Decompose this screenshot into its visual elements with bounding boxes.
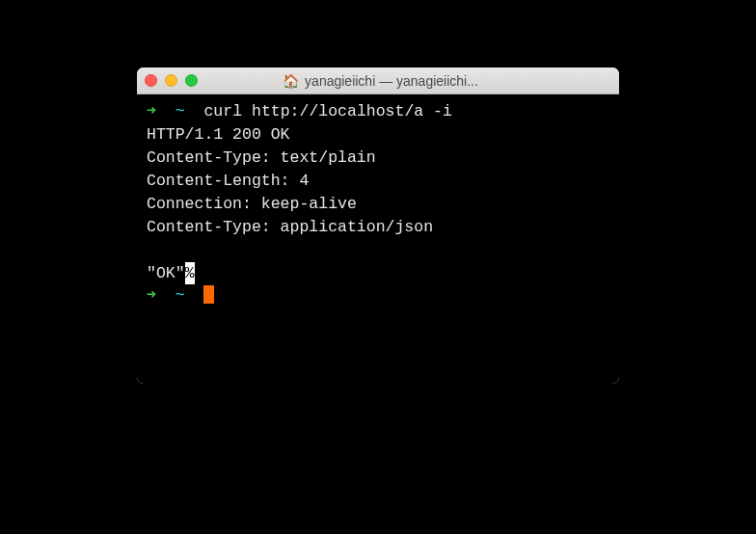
percent-highlight: %: [185, 262, 195, 285]
prompt-path: ~: [176, 102, 185, 120]
traffic-lights: [145, 74, 198, 87]
response-header: Content-Length: 4: [147, 170, 609, 193]
terminal-body[interactable]: ➜ ~ curl http://localhost/a -i HTTP/1.1 …: [137, 94, 619, 384]
response-header: Content-Type: application/json: [147, 216, 609, 239]
prompt-line-1: ➜ ~ curl http://localhost/a -i: [147, 100, 609, 123]
blank-line: [147, 239, 609, 262]
body-text: "OK": [147, 264, 185, 282]
command-text: curl http://localhost/a -i: [203, 102, 451, 120]
close-icon[interactable]: [145, 74, 157, 87]
response-header: Content-Type: text/plain: [147, 147, 609, 170]
minimize-icon[interactable]: [165, 74, 177, 87]
terminal-window: 🏠 yanagieiichi — yanagieiichi... ➜ ~ cur…: [137, 67, 619, 384]
prompt-path: ~: [176, 286, 185, 305]
window-title: 🏠 yanagieiichi — yanagieiichi...: [198, 73, 611, 89]
titlebar[interactable]: 🏠 yanagieiichi — yanagieiichi...: [137, 67, 619, 94]
maximize-icon[interactable]: [185, 74, 198, 87]
response-header: Connection: keep-alive: [147, 193, 609, 216]
response-body: "OK"%: [147, 262, 609, 285]
home-icon: 🏠: [283, 73, 299, 89]
window-title-text: yanagieiichi — yanagieiichi...: [305, 73, 478, 89]
prompt-arrow-icon: ➜: [147, 102, 156, 120]
prompt-arrow-icon: ➜: [147, 286, 156, 305]
prompt-line-2: ➜ ~: [147, 284, 609, 307]
cursor: [203, 285, 214, 304]
response-status: HTTP/1.1 200 OK: [147, 123, 609, 147]
